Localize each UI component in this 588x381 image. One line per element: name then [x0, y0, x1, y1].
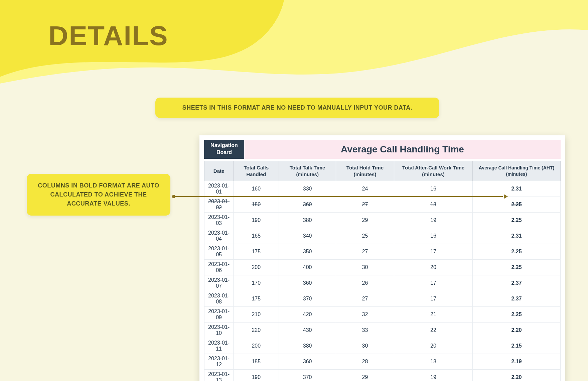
cell-date: 2023-01-13	[204, 370, 234, 381]
cell-talk: 400	[279, 260, 336, 275]
cell-acw: 17	[394, 244, 472, 260]
col-aht: Average Call Handling Time (AHT) (minute…	[473, 161, 561, 181]
cell-aht: 2.20	[473, 323, 561, 338]
cell-hold: 30	[336, 260, 394, 275]
cell-hold: 29	[336, 370, 394, 381]
col-date: Date	[204, 161, 234, 181]
cell-calls: 175	[234, 291, 279, 307]
cell-talk: 380	[279, 338, 336, 354]
cell-aht: 2.25	[473, 260, 561, 275]
cell-talk: 350	[279, 244, 336, 260]
cell-acw: 20	[394, 338, 472, 354]
cell-hold: 30	[336, 338, 394, 354]
table-row: 2023-01-0921042032212.25	[204, 307, 561, 323]
cell-date: 2023-01-04	[204, 228, 234, 244]
cell-acw: 16	[394, 228, 472, 244]
cell-talk: 370	[279, 291, 336, 307]
cell-hold: 28	[336, 354, 394, 370]
cell-date: 2023-01-07	[204, 275, 234, 291]
table-row: 2023-01-0817537027172.37	[204, 291, 561, 307]
table-row: 2023-01-1022043033222.20	[204, 323, 561, 338]
cell-date: 2023-01-12	[204, 354, 234, 370]
cell-acw: 21	[394, 307, 472, 323]
cell-calls: 165	[234, 228, 279, 244]
cell-acw: 20	[394, 260, 472, 275]
cell-aht: 2.25	[473, 244, 561, 260]
cell-date: 2023-01-09	[204, 307, 234, 323]
cell-calls: 220	[234, 323, 279, 338]
table-row: 2023-01-0319038029192.25	[204, 213, 561, 228]
cell-hold: 32	[336, 307, 394, 323]
arrow-line	[174, 196, 503, 197]
table-row: 2023-01-0416534025162.31	[204, 228, 561, 244]
table-row: 2023-01-1218536028182.19	[204, 354, 561, 370]
table-row: 2023-01-1120038030202.15	[204, 338, 561, 354]
cell-date: 2023-01-06	[204, 260, 234, 275]
sheet-title: Average Call Handling Time	[244, 140, 561, 159]
cell-acw: 17	[394, 275, 472, 291]
col-acw: Total After-Call Work Time (minutes)	[394, 161, 472, 181]
cell-calls: 185	[234, 354, 279, 370]
cell-talk: 360	[279, 354, 336, 370]
cell-hold: 25	[336, 228, 394, 244]
cell-calls: 200	[234, 338, 279, 354]
cell-aht: 2.31	[473, 228, 561, 244]
spreadsheet-panel: Navigation Board Average Call Handling T…	[199, 135, 565, 381]
cell-acw: 19	[394, 370, 472, 381]
cell-date: 2023-01-08	[204, 291, 234, 307]
annotation-arrow	[170, 193, 508, 200]
cell-calls: 200	[234, 260, 279, 275]
col-talk: Total Talk Time (minutes)	[279, 161, 336, 181]
cell-calls: 190	[234, 213, 279, 228]
cell-aht: 2.25	[473, 307, 561, 323]
cell-hold: 26	[336, 275, 394, 291]
callout-note: COLUMNS IN BOLD FORMAT ARE AUTO CALCULAT…	[27, 174, 170, 216]
info-banner: SHEETS IN THIS FORMAT ARE NO NEED TO MAN…	[155, 98, 439, 118]
cell-aht: 2.25	[473, 213, 561, 228]
cell-hold: 33	[336, 323, 394, 338]
cell-talk: 370	[279, 370, 336, 381]
cell-talk: 420	[279, 307, 336, 323]
cell-acw: 18	[394, 354, 472, 370]
cell-talk: 340	[279, 228, 336, 244]
table-header-row: Date Total Calls Handled Total Talk Time…	[204, 161, 561, 181]
cell-date: 2023-01-03	[204, 213, 234, 228]
cell-hold: 29	[336, 213, 394, 228]
sheet-header: Navigation Board Average Call Handling T…	[204, 140, 561, 159]
cell-date: 2023-01-11	[204, 338, 234, 354]
arrow-head-icon	[504, 194, 508, 199]
cell-calls: 170	[234, 275, 279, 291]
page-title: DETAILS	[48, 20, 168, 51]
cell-aht: 2.15	[473, 338, 561, 354]
cell-hold: 27	[336, 244, 394, 260]
col-calls: Total Calls Handled	[234, 161, 279, 181]
cell-calls: 190	[234, 370, 279, 381]
cell-acw: 19	[394, 213, 472, 228]
table-row: 2023-01-0620040030202.25	[204, 260, 561, 275]
table-row: 2023-01-0717036026172.37	[204, 275, 561, 291]
cell-aht: 2.20	[473, 370, 561, 381]
navigation-board-button[interactable]: Navigation Board	[204, 140, 244, 159]
cell-acw: 17	[394, 291, 472, 307]
cell-aht: 2.19	[473, 354, 561, 370]
cell-date: 2023-01-05	[204, 244, 234, 260]
cell-calls: 210	[234, 307, 279, 323]
cell-talk: 430	[279, 323, 336, 338]
table-row: 2023-01-1319037029192.20	[204, 370, 561, 381]
cell-acw: 22	[394, 323, 472, 338]
col-hold: Total Hold Time (minutes)	[336, 161, 394, 181]
cell-date: 2023-01-10	[204, 323, 234, 338]
table-row: 2023-01-0517535027172.25	[204, 244, 561, 260]
cell-aht: 2.37	[473, 275, 561, 291]
cell-talk: 360	[279, 275, 336, 291]
cell-calls: 175	[234, 244, 279, 260]
cell-talk: 380	[279, 213, 336, 228]
cell-aht: 2.37	[473, 291, 561, 307]
cell-hold: 27	[336, 291, 394, 307]
